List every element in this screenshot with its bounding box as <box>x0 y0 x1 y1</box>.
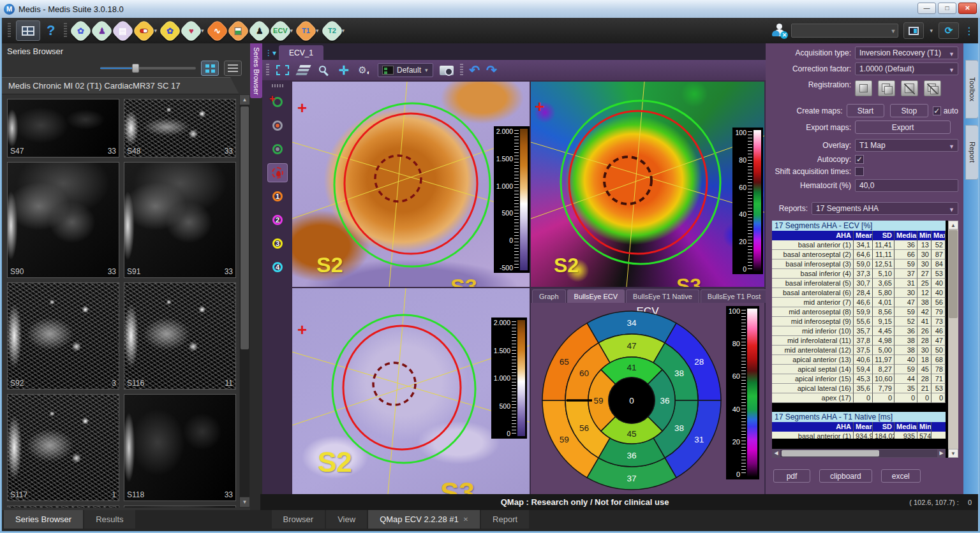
crosshair-marker[interactable]: + <box>297 321 307 338</box>
table-row[interactable]: basal inferior (4)37,35,10372753 <box>772 269 946 279</box>
viewport-t1-map-2[interactable]: + S2 S3 100806040200 <box>531 82 764 287</box>
table-row[interactable]: basal anterior (1)934,9184,02935574 <box>772 432 946 439</box>
table-row[interactable]: basal inferoseptal (3)59,012,51593084 <box>772 259 946 269</box>
series-thumbnail[interactable]: S11611 <box>124 282 236 390</box>
results-tab-graph[interactable]: Graph <box>532 289 566 303</box>
crosshair-marker[interactable]: + <box>297 99 307 116</box>
snapshot-button[interactable] <box>440 64 454 77</box>
zoom-button[interactable] <box>316 64 330 77</box>
tool-blood-pool-roi[interactable] <box>268 164 287 182</box>
series-thumbnail[interactable]: S923 <box>7 282 119 390</box>
scroll-right-icon[interactable]: ▶ <box>937 449 946 457</box>
scroll-down-icon[interactable]: ▼ <box>948 449 958 458</box>
tool-marker-2[interactable]: 2 <box>268 211 287 229</box>
scroll-down-icon[interactable]: ▼ <box>240 497 249 507</box>
overlay-select[interactable]: T1 Map▼ <box>855 139 958 152</box>
results-tab-bullseye-t1-native[interactable]: BullsEye T1 Native <box>626 289 699 303</box>
maximize-button[interactable]: □ <box>938 3 956 14</box>
clipboard-export-button[interactable]: clipboard <box>819 469 872 483</box>
series-thumbnail[interactable]: S11833 <box>124 394 236 501</box>
app-icon-heart-vessel[interactable]: ♥▾ <box>182 22 205 40</box>
pan-button[interactable]: ✛ <box>337 64 351 77</box>
table-row[interactable]: basal anterolateral (6)28,45,80301240 <box>772 288 946 298</box>
autocopy-checkbox[interactable]: ✓ <box>855 155 864 164</box>
tool-add-contour[interactable]: + <box>268 93 287 111</box>
table-row[interactable]: basal anterior (1)34,111,41361352 <box>772 240 946 250</box>
search-combobox[interactable]: ▼ <box>791 24 898 38</box>
workspace-tab-report[interactable]: Report <box>481 510 529 529</box>
layout-dropdown-arrow-icon[interactable]: ▾ <box>929 27 933 34</box>
table-row[interactable]: apical lateral (16)35,67,79352153 <box>772 384 946 393</box>
start-button[interactable]: Start <box>847 104 885 117</box>
scroll-up-icon[interactable]: ▲ <box>948 221 958 230</box>
table-row[interactable]: mid inferior (10)35,74,45362646 <box>772 326 946 336</box>
workspace-tab-qmap-ecv-2-2-28-1[interactable]: QMap ECV 2.2.28 #1✕ <box>368 510 480 529</box>
app-icon-t2[interactable]: T2▾ <box>323 22 346 40</box>
app-icon-wave[interactable]: ∿ <box>209 22 226 40</box>
toolbar-grip[interactable] <box>64 23 67 38</box>
series-browser-toggle-button[interactable] <box>16 20 40 41</box>
series-thumbnail[interactable]: S4733 <box>7 99 119 157</box>
table-row[interactable]: mid anterior (7)46,64,01473856 <box>772 298 946 307</box>
table-row[interactable]: mid anteroseptal (8)59,98,56594279 <box>772 307 946 317</box>
app-icon-tulip-2[interactable]: ✿ <box>161 22 179 40</box>
redo-button[interactable]: ↷ <box>486 62 497 78</box>
table-row[interactable]: apical inferior (15)45,310,60442871 <box>772 374 946 384</box>
app-icon-tulip-1[interactable]: ✿ <box>72 22 89 40</box>
app-icon-ecv[interactable]: ECV▾ <box>272 22 294 40</box>
scroll-left-icon[interactable]: ◀ <box>772 449 780 457</box>
results-tab-bullseye-ecv[interactable]: BullsEye ECV <box>567 289 625 303</box>
series-thumbnail[interactable]: S4833 <box>124 99 236 157</box>
shift-acquisition-checkbox[interactable] <box>855 167 864 176</box>
excel-export-button[interactable]: excel <box>881 469 921 483</box>
table-row[interactable]: mid anterolateral (12)37,55,00383050 <box>772 346 946 355</box>
reset-layout-button[interactable]: ⟳ <box>939 22 959 39</box>
undo-button[interactable]: ↶ <box>470 62 480 78</box>
table-horizontal-scrollbar[interactable]: ◀ ▶ <box>772 449 946 458</box>
workspace-tab-browser[interactable]: Browser <box>272 510 325 529</box>
tool-marker-4[interactable]: 4 <box>268 258 287 276</box>
acquisition-type-select[interactable]: Inversion Recovery (T1)▼ <box>855 47 958 59</box>
window-level-settings-button[interactable]: ⚙ <box>357 64 371 77</box>
app-icon-flag[interactable] <box>230 22 247 40</box>
bullseye-chart[interactable]: 342831375965473838365660413645590 <box>537 306 726 492</box>
table-row[interactable]: apical septal (14)59,48,27594578 <box>772 365 946 374</box>
table-row[interactable]: mid inferoseptal (9)55,69,15524173 <box>772 317 946 326</box>
series-thumbnail[interactable] <box>7 506 119 507</box>
list-view-button[interactable] <box>224 61 242 76</box>
layout-button[interactable] <box>903 22 924 39</box>
toolbox-vertical-tab[interactable]: Toolbox <box>965 60 979 119</box>
stop-button[interactable]: Stop <box>890 104 928 117</box>
viewer-tab-ecv1[interactable]: ECV_1 <box>279 45 323 60</box>
registration-affine-button[interactable] <box>901 80 918 96</box>
stack-scroll-button[interactable] <box>296 64 310 77</box>
auto-checkbox[interactable]: ✓ <box>933 106 941 115</box>
hematocrit-input[interactable]: 40,0 <box>855 179 958 192</box>
tool-marker-1[interactable]: 1 <box>268 187 287 205</box>
table-row[interactable]: basal inferolateral (5)30,73,65312540 <box>772 279 946 288</box>
toolbar-grip[interactable] <box>8 23 11 38</box>
correction-factor-select[interactable]: 1.0000 (Default)▼ <box>855 62 958 75</box>
panel-tab-results[interactable]: Results <box>84 510 135 529</box>
tool-endocardial-contour[interactable] <box>268 140 287 158</box>
series-thumbnail[interactable]: S9033 <box>7 162 119 278</box>
table-row[interactable]: apex (17)00000 <box>772 393 946 403</box>
results-tab-bullseye-t1-post[interactable]: BullsEye T1 Post <box>701 289 768 303</box>
panel-tab-series-browser[interactable]: Series Browser <box>4 510 83 529</box>
dropdown-arrow-icon[interactable]: ▾ <box>153 27 158 34</box>
thumbnail-scrollbar[interactable]: ▲ ▼ <box>239 94 250 507</box>
table-row[interactable]: basal anteroseptal (2)64,611,11663087 <box>772 250 946 259</box>
preset-dropdown[interactable]: Default ▾ <box>378 63 433 77</box>
crosshair-marker[interactable]: + <box>535 98 544 115</box>
viewport-t1-map-3[interactable]: + S2 S3 2.0001.5001.0005000 <box>292 288 530 494</box>
scrollbar-thumb[interactable] <box>241 106 249 349</box>
series-thumbnail[interactable] <box>124 506 236 507</box>
pdf-export-button[interactable]: pdf <box>773 469 810 483</box>
thumbnail-size-slider[interactable] <box>100 67 196 69</box>
overflow-menu-icon[interactable]: ⋮ <box>964 25 975 37</box>
registration-none-button[interactable] <box>855 80 872 96</box>
close-button[interactable]: ✕ <box>958 3 977 14</box>
unpin-tab-icon[interactable]: ✕ <box>463 516 468 523</box>
scrollbar-thumb[interactable] <box>949 230 958 318</box>
export-button[interactable]: Export <box>855 120 951 134</box>
